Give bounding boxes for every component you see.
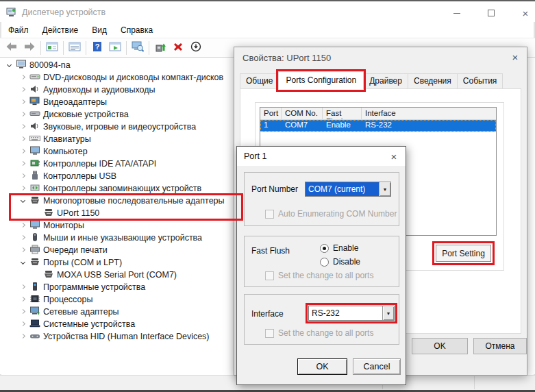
window-title: Диспетчер устройств [22, 8, 105, 17]
help-toolbar-button[interactable]: ? [88, 40, 106, 56]
chevron-right-icon[interactable] [18, 149, 27, 153]
port1-dialog-title: Port 1 [244, 151, 266, 161]
port1-close-button[interactable]: × [382, 147, 406, 166]
chevron-right-icon[interactable] [18, 248, 27, 252]
disable-device-toolbar-button[interactable] [187, 40, 205, 56]
chevron-right-icon[interactable] [18, 236, 27, 239]
row-cell-0: 1 [260, 120, 282, 132]
tab-события[interactable]: События [457, 73, 503, 89]
chevron-right-icon[interactable] [18, 285, 27, 289]
tree-item-label: Очереди печати [43, 245, 108, 255]
maximize-button[interactable] [476, 3, 506, 23]
port1-cancel-button[interactable]: Cancel [353, 358, 401, 375]
chevron-right-icon[interactable] [18, 75, 27, 79]
chevron-down-icon[interactable] [4, 63, 14, 66]
action-pane-toolbar-button[interactable] [106, 40, 124, 56]
chevron-right-icon[interactable] [18, 137, 27, 140]
update-driver-icon [154, 41, 166, 54]
fast-flush-enable-radio[interactable]: Enable [320, 243, 358, 253]
titlebar: Диспетчер устройств × [0, 1, 535, 22]
row-cell-1: COM7 [282, 120, 323, 132]
row-cell-2: Enable [323, 120, 362, 132]
chevron-right-icon[interactable] [18, 186, 27, 190]
show-tree-toolbar-button[interactable] [43, 40, 61, 56]
tree-item-label: Порты (COM и LPT) [43, 257, 122, 267]
column-header-1[interactable]: COM No. [282, 108, 323, 119]
properties-toolbar-button[interactable] [66, 40, 84, 56]
interface-value: RS-232 [309, 306, 382, 320]
processor-icon [29, 294, 40, 304]
update-driver-toolbar-button[interactable] [151, 40, 169, 56]
tree-item-label: Системные устройства [43, 319, 135, 329]
chevron-down-icon[interactable]: ▼ [382, 306, 394, 320]
monitor-icon [29, 220, 40, 230]
chevron-right-icon[interactable] [18, 88, 27, 91]
monitor-icon [29, 146, 40, 156]
chevron-glyph [20, 296, 25, 301]
tree-item-label: Сетевые адаптеры [43, 306, 119, 317]
usb-controller-icon [29, 171, 40, 180]
tab-сведения[interactable]: Сведения [408, 73, 458, 89]
computer-icon [15, 60, 27, 69]
menu-item-0[interactable]: Файл [1, 23, 36, 37]
ports-table-selected-row[interactable]: 1COM7EnableRS-232 [260, 120, 496, 132]
tree-item-label: Программные устройства [43, 282, 145, 292]
chevron-down-icon[interactable] [18, 260, 27, 264]
properties-ok-button[interactable]: OK [412, 338, 468, 354]
properties-dialog-title: Свойства: UPort 1150 [242, 53, 331, 63]
scan-hardware-icon [132, 41, 144, 54]
chevron-right-icon[interactable] [18, 223, 27, 227]
tree-item-label: Дисковые устройства [43, 109, 129, 119]
back-icon [5, 41, 18, 54]
fastflush-allports-checkbox: Set the change to all ports [265, 271, 373, 280]
chevron-right-icon[interactable] [18, 174, 27, 177]
interface-combobox[interactable]: RS-232 ▼ [308, 306, 395, 321]
chevron-glyph [20, 234, 25, 239]
tree-item-label: 800094-na [29, 60, 71, 70]
close-button[interactable]: × [510, 3, 535, 23]
port-number-combobox[interactable]: COM7 (current) ▼ [305, 182, 391, 197]
serial-adapter-icon [42, 208, 54, 217]
chevron-glyph [20, 148, 25, 153]
column-header-0[interactable]: Port [260, 108, 282, 119]
status-bar-separator [474, 376, 475, 389]
mouse-icon [29, 232, 40, 242]
chevron-right-icon[interactable] [18, 297, 27, 301]
chevron-glyph [20, 99, 25, 103]
chevron-right-icon[interactable] [18, 310, 27, 313]
chevron-right-icon[interactable] [18, 162, 27, 165]
port-setting-button[interactable]: Port Setting [436, 245, 491, 262]
properties-cancel-button[interactable]: Отмена [473, 338, 527, 354]
forward-toolbar-button[interactable] [21, 40, 38, 56]
chevron-right-icon[interactable] [18, 100, 27, 103]
scan-hardware-toolbar-button[interactable] [129, 40, 147, 56]
port-number-label: Port Number [251, 184, 298, 194]
network-adapter-icon [29, 306, 40, 316]
back-toolbar-button[interactable] [3, 40, 21, 56]
chevron-down-icon[interactable]: ▼ [379, 182, 390, 196]
tab-общие[interactable]: Общие [240, 73, 279, 89]
port1-ok-button[interactable]: OK [297, 358, 347, 375]
minimize-button[interactable] [442, 3, 472, 23]
chevron-right-icon[interactable] [18, 334, 27, 338]
auto-enumerating-checkbox: Auto Enumerating COM Number [265, 209, 397, 219]
fast-flush-disable-radio[interactable]: Disable [320, 257, 360, 267]
menu-item-3[interactable]: Справка [114, 23, 160, 37]
chevron-down-icon[interactable] [18, 199, 27, 202]
tab-драйвер[interactable]: Драйвер [363, 73, 408, 89]
menu-item-2[interactable]: Вид [85, 23, 114, 37]
properties-close-button[interactable]: × [503, 47, 527, 66]
minimize-icon [453, 13, 460, 14]
column-header-3[interactable]: Interface [362, 108, 496, 119]
show-tree-icon [46, 41, 58, 54]
tree-item-label: Контроллеры запоминающих устройств [43, 183, 201, 193]
checkbox-icon [265, 329, 274, 338]
tab-ports-configuration[interactable]: Ports Configuration [278, 71, 364, 90]
chevron-glyph [20, 74, 25, 79]
chevron-right-icon[interactable] [18, 125, 27, 128]
menu-item-1[interactable]: Действие [36, 23, 86, 37]
chevron-right-icon[interactable] [18, 112, 27, 116]
uninstall-toolbar-button[interactable] [169, 40, 187, 56]
chevron-right-icon[interactable] [18, 322, 27, 326]
column-header-2[interactable]: Fast Flush [323, 108, 362, 119]
